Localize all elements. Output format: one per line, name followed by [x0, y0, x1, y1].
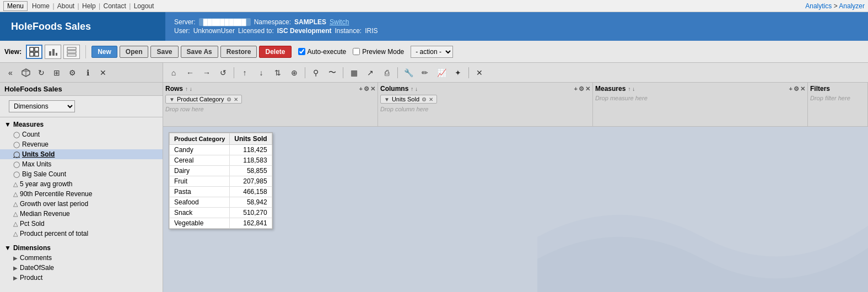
forward-icon[interactable]: →	[200, 66, 214, 80]
user-label: User:	[174, 27, 190, 35]
user-value: UnknownUser	[193, 27, 235, 35]
sidebar-item-comments[interactable]: ▶ Comments	[0, 253, 163, 263]
wrench-icon[interactable]: 🔧	[401, 66, 416, 80]
chart-line-icon[interactable]: 📈	[434, 66, 449, 80]
licensed-label: Licensed to:	[238, 27, 274, 35]
sidebar-item-units-sold[interactable]: ◯ Units Sold	[0, 149, 163, 159]
table-view-icon[interactable]: ▦	[347, 66, 361, 80]
switch-link[interactable]: Switch	[330, 18, 349, 26]
columns-drop-zone[interactable]: Columns ↑ ↓ + ⚙ ✕ ▼ Units Sold ⚙ ✕	[378, 83, 593, 126]
sidebar-item-max-units[interactable]: ◯ Max Units	[0, 159, 163, 169]
product-pct-label: Product percent of total	[20, 230, 88, 237]
columns-chip-close-icon[interactable]: ✕	[429, 96, 433, 102]
sidebar-item-pct-sold[interactable]: △ Pct Sold	[0, 219, 163, 229]
view-chart-button[interactable]	[45, 45, 61, 59]
menu-button[interactable]: Menu	[3, 1, 28, 11]
action-dropdown[interactable]: - action -	[411, 46, 453, 58]
breadcrumb-analyzer[interactable]: Analyzer	[839, 2, 865, 10]
svg-rect-7	[67, 47, 76, 50]
edit-icon[interactable]: ✏	[418, 66, 432, 80]
save-as-button[interactable]: Save As	[181, 46, 218, 58]
sidebar-item-product[interactable]: ▶ Product	[0, 273, 163, 283]
measures-close-icon[interactable]: ✕	[800, 85, 805, 93]
print-icon[interactable]: ⎙	[380, 66, 394, 80]
export-icon[interactable]: ↗	[363, 66, 378, 80]
sidebar-item-revenue[interactable]: ◯ Revenue	[0, 139, 163, 149]
columns-add-icon[interactable]: +	[574, 85, 578, 93]
table-cell-value: 118,425	[230, 145, 272, 155]
new-button[interactable]: New	[91, 46, 117, 58]
rows-close-icon[interactable]: ✕	[370, 85, 375, 93]
columns-close-icon[interactable]: ✕	[585, 85, 590, 93]
nav-logout[interactable]: Logout	[134, 2, 154, 10]
swap-icon[interactable]: ⇅	[271, 66, 285, 80]
table-row: Vegetable162,841	[170, 218, 272, 229]
rows-chip-close-icon[interactable]: ✕	[234, 96, 238, 102]
save-button[interactable]: Save	[150, 46, 178, 58]
view-pivot-button[interactable]	[26, 45, 42, 59]
refresh-icon[interactable]: ↻	[34, 66, 48, 80]
nav-about[interactable]: About	[57, 2, 74, 10]
sidebar-item-growth-last-period[interactable]: △ Growth over last period	[0, 199, 163, 209]
dimensions-group[interactable]: ▼ Dimensions	[0, 243, 163, 253]
measures-section: ▼ Measures ◯ Count ◯ Revenue ◯ Units Sol…	[0, 117, 163, 241]
back-icon[interactable]: ←	[183, 66, 197, 80]
columns-chip-settings-icon[interactable]: ⚙	[422, 96, 427, 102]
auto-execute-checkbox[interactable]	[298, 48, 305, 55]
nav-contact[interactable]: Contact	[103, 2, 126, 10]
reload-icon[interactable]: ↺	[216, 66, 230, 80]
calculator-icon[interactable]: ⊞	[50, 66, 64, 80]
table-row: Fruit207,985	[170, 176, 272, 187]
filters-drop-hint: Drop filter here	[810, 95, 865, 101]
close-icon[interactable]: ✕	[472, 66, 487, 80]
rows-chip-settings-icon[interactable]: ⚙	[227, 96, 231, 102]
max-units-icon: ◯	[13, 161, 20, 168]
restore-button[interactable]: Restore	[220, 46, 257, 58]
search-icon[interactable]: ⚲	[309, 66, 323, 80]
sidebar-item-count[interactable]: ◯ Count	[0, 129, 163, 139]
measures-settings-icon[interactable]: ⚙	[794, 85, 799, 93]
measures-add-icon[interactable]: +	[789, 85, 792, 93]
top-nav: Menu Home | About | Help | Contact | Log…	[0, 0, 868, 12]
home-icon[interactable]: ⌂	[166, 66, 181, 80]
filters-drop-zone[interactable]: Filters Drop filter here	[808, 83, 868, 126]
dimensions-expand-icon: ▼	[4, 244, 11, 252]
pivot-action-icon[interactable]: ⊕	[287, 66, 301, 80]
dimension-dropdown[interactable]: Dimensions	[9, 100, 75, 112]
rows-drop-zone[interactable]: Rows ↑ ↓ + ⚙ ✕ ▼ Product Category ⚙ ✕	[163, 83, 378, 126]
rows-add-icon[interactable]: +	[359, 85, 363, 93]
columns-field-chip[interactable]: ▼ Units Sold ⚙ ✕	[380, 95, 437, 104]
close-left-icon[interactable]: ✕	[96, 66, 110, 80]
measures-group[interactable]: ▼ Measures	[0, 120, 163, 129]
nav-help[interactable]: Help	[82, 2, 96, 10]
collapse-sidebar-icon[interactable]: «	[3, 66, 18, 80]
view-table-button[interactable]	[63, 45, 80, 59]
upload-icon[interactable]: ↑	[238, 66, 252, 80]
measures-drop-header: Measures ↑ ↓ + ⚙ ✕	[595, 85, 805, 93]
svg-rect-2	[30, 52, 34, 56]
preview-mode-checkbox[interactable]	[353, 48, 360, 55]
sidebar-item-90th-revenue[interactable]: △ 90th Percentile Revenue	[0, 189, 163, 199]
columns-settings-icon[interactable]: ⚙	[579, 85, 584, 93]
sidebar-item-big-sale-count[interactable]: ◯ Big Sale Count	[0, 169, 163, 179]
measures-drop-zone[interactable]: Measures ↑ ↓ + ⚙ ✕ Drop measure here	[593, 83, 808, 126]
nav-home[interactable]: Home	[32, 2, 50, 10]
sidebar-item-dateofsale[interactable]: ▶ DateOfSale	[0, 263, 163, 273]
download-icon[interactable]: ↓	[254, 66, 268, 80]
sidebar-item-5yr-growth[interactable]: △ 5 year avg growth	[0, 179, 163, 189]
breadcrumb-analytics[interactable]: Analytics	[805, 2, 832, 10]
chart-icon	[48, 47, 58, 57]
rows-field-chip[interactable]: ▼ Product Category ⚙ ✕	[165, 95, 242, 104]
open-button[interactable]: Open	[120, 46, 149, 58]
cube-icon[interactable]	[19, 66, 33, 80]
sidebar: HoleFoods Sales Dimensions ▼ Measures ◯ …	[0, 83, 163, 292]
info-icon[interactable]: ℹ	[80, 66, 95, 80]
star-icon[interactable]: ✦	[451, 66, 465, 80]
delete-button[interactable]: Delete	[259, 46, 291, 58]
big-sale-icon: ◯	[13, 171, 20, 178]
sidebar-item-product-pct[interactable]: △ Product percent of total	[0, 229, 163, 239]
settings-icon[interactable]: ⚙	[65, 66, 79, 80]
sidebar-item-median-revenue[interactable]: △ Median Revenue	[0, 209, 163, 219]
analytics-icon[interactable]: 〜	[325, 66, 339, 80]
rows-settings-icon[interactable]: ⚙	[364, 85, 369, 93]
